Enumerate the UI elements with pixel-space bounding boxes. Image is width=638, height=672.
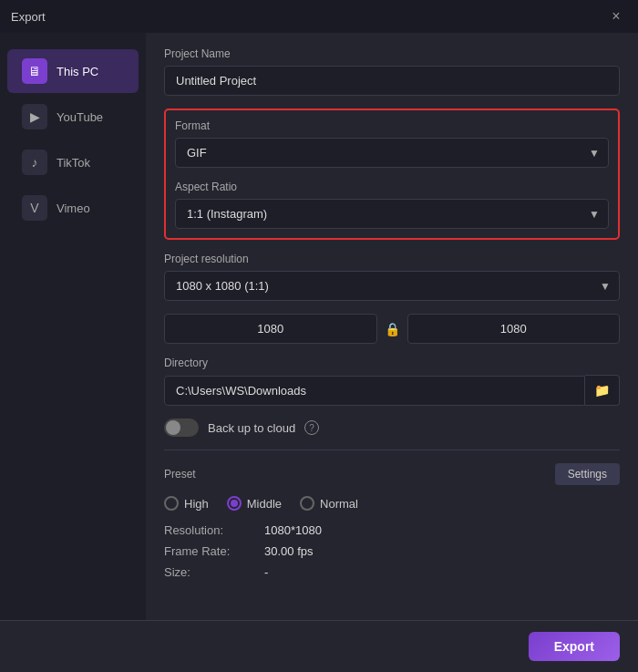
sidebar: 🖥 This PC ▶ YouTube ♪ TikTok V Vimeo	[0, 33, 146, 620]
close-button[interactable]: ×	[605, 5, 627, 27]
format-label: Format	[175, 119, 609, 132]
help-icon[interactable]: ?	[304, 420, 319, 435]
size-spec-key: Size:	[164, 565, 264, 579]
project-resolution-label: Project resolution	[164, 253, 620, 265]
preset-middle[interactable]: Middle	[227, 496, 282, 511]
preset-normal[interactable]: Normal	[300, 496, 358, 511]
sidebar-item-label-tiktok: TikTok	[57, 156, 90, 170]
tiktok-icon: ♪	[22, 150, 47, 175]
backup-row: Back up to cloud ?	[164, 419, 620, 437]
format-select[interactable]: GIF MP4 MOV	[175, 138, 609, 168]
sidebar-item-this-pc[interactable]: 🖥 This PC	[7, 49, 139, 93]
settings-button[interactable]: Settings	[555, 463, 620, 485]
sidebar-item-label-vimeo: Vimeo	[57, 202, 90, 215]
sidebar-item-label-this-pc: This PC	[57, 65, 98, 78]
sidebar-item-tiktok[interactable]: ♪ TikTok	[7, 140, 139, 184]
main-panel: Project Name Format GIF MP4 MOV ▼	[146, 33, 638, 620]
browse-button[interactable]: 📁	[585, 375, 620, 406]
sidebar-item-label-youtube: YouTube	[57, 110, 103, 124]
preset-normal-label: Normal	[320, 497, 358, 511]
project-name-input[interactable]	[164, 66, 620, 96]
preset-radio-group: High Middle Normal	[164, 496, 620, 511]
directory-row: 📁	[164, 375, 620, 406]
aspect-ratio-label: Aspect Ratio	[175, 181, 609, 193]
preset-middle-radio[interactable]	[227, 496, 242, 511]
size-spec-val: -	[264, 565, 268, 579]
preset-middle-label: Middle	[247, 497, 282, 511]
youtube-icon: ▶	[22, 104, 47, 129]
preset-label: Preset	[164, 468, 196, 481]
resolution-width-input[interactable]	[164, 314, 377, 344]
preset-normal-radio[interactable]	[300, 496, 314, 511]
aspect-ratio-group: Aspect Ratio 1:1 (Instagram) 16:9 9:16 4…	[175, 181, 609, 229]
divider	[164, 450, 620, 450]
aspect-ratio-select[interactable]: 1:1 (Instagram) 16:9 9:16 4:3	[175, 199, 609, 229]
project-resolution-select[interactable]: 1080 x 1080 (1:1) 1920 x 1080 (16:9) 128…	[164, 271, 620, 301]
project-name-label: Project Name	[164, 47, 620, 60]
format-aspect-box: Format GIF MP4 MOV ▼ Aspect Ratio	[164, 109, 620, 240]
export-button[interactable]: Export	[529, 632, 620, 661]
sidebar-item-youtube[interactable]: ▶ YouTube	[7, 95, 139, 139]
this-pc-icon: 🖥	[22, 58, 47, 84]
toggle-knob	[166, 420, 180, 435]
preset-header: Preset Settings	[164, 463, 620, 485]
resolution-spec-key: Resolution:	[164, 523, 264, 537]
frame-rate-spec-key: Frame Rate:	[164, 544, 264, 558]
vimeo-icon: V	[22, 195, 47, 221]
preset-middle-radio-dot	[231, 500, 238, 507]
titlebar: Export ×	[0, 0, 638, 33]
backup-label: Back up to cloud	[208, 421, 295, 435]
directory-label: Directory	[164, 357, 620, 369]
directory-input[interactable]	[164, 376, 585, 406]
aspect-ratio-select-wrapper: 1:1 (Instagram) 16:9 9:16 4:3 ▼	[175, 199, 609, 229]
resolution-height-input[interactable]	[407, 314, 621, 344]
export-window: Export × 🖥 This PC ▶ YouTube ♪ TikTok V …	[0, 0, 638, 672]
frame-rate-spec-row: Frame Rate: 30.00 fps	[164, 544, 620, 558]
preset-high-label: High	[184, 497, 209, 511]
project-name-group: Project Name	[164, 47, 620, 96]
preset-high[interactable]: High	[164, 496, 209, 511]
project-resolution-select-wrapper: 1080 x 1080 (1:1) 1920 x 1080 (16:9) 128…	[164, 271, 620, 301]
resolution-wh-group: 🔒	[164, 314, 620, 344]
size-spec-row: Size: -	[164, 565, 620, 579]
footer: Export	[0, 620, 638, 672]
format-group: Format GIF MP4 MOV ▼	[175, 119, 609, 168]
lock-icon: 🔒	[385, 322, 400, 336]
backup-toggle[interactable]	[164, 419, 199, 437]
frame-rate-spec-val: 30.00 fps	[264, 544, 314, 558]
sidebar-item-vimeo[interactable]: V Vimeo	[7, 186, 139, 230]
preset-high-radio[interactable]	[164, 496, 179, 511]
resolution-spec-val: 1080*1080	[264, 523, 322, 537]
window-title: Export	[11, 10, 46, 24]
resolution-spec-row: Resolution: 1080*1080	[164, 523, 620, 537]
format-select-wrapper: GIF MP4 MOV ▼	[175, 138, 609, 168]
directory-group: Directory 📁	[164, 357, 620, 406]
project-resolution-group: Project resolution 1080 x 1080 (1:1) 192…	[164, 253, 620, 301]
content-area: 🖥 This PC ▶ YouTube ♪ TikTok V Vimeo Pro…	[0, 33, 638, 620]
